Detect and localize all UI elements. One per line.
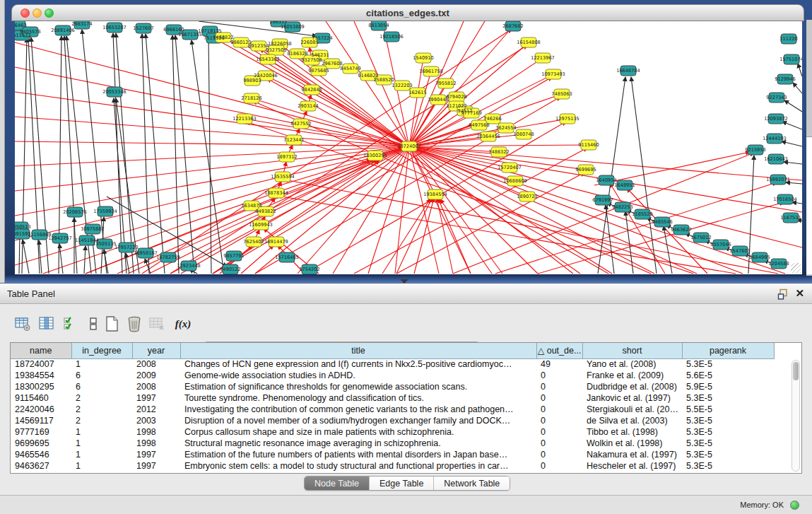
table-cell[interactable]: 9777169	[11, 426, 71, 438]
column-header-pagerank[interactable]: pagerank	[682, 343, 774, 358]
tab-network-table[interactable]: Network Table	[434, 477, 510, 490]
table-cell[interactable]: 5.3E-5	[682, 438, 774, 449]
table-row[interactable]: 969969511998Structural magnetic resonanc…	[11, 438, 774, 449]
table-row[interactable]: 1938455462009Genome-wide association stu…	[11, 370, 774, 381]
column-header-in-degree[interactable]: in_degree	[71, 343, 132, 358]
delete-table-icon[interactable]	[148, 315, 165, 332]
table-cell[interactable]: 49	[536, 358, 582, 370]
table-cell[interactable]: 1	[71, 449, 132, 460]
table-cell[interactable]: 6	[71, 370, 132, 381]
table-cell[interactable]: 5.3E-5	[682, 358, 774, 370]
table-cell[interactable]: de Silva et al. (2003)	[582, 415, 682, 426]
table-cell[interactable]: 5.9E-5	[682, 381, 774, 392]
table-cell[interactable]: 5.3E-5	[682, 392, 774, 404]
table-cell[interactable]: 0	[536, 449, 582, 460]
table-cell[interactable]: 0	[536, 392, 582, 404]
table-cell[interactable]: 5.6E-5	[682, 370, 774, 381]
memory-ok-indicator[interactable]	[790, 501, 799, 510]
table-row[interactable]: 911546021997Tourette syndrome. Phenomeno…	[11, 392, 774, 404]
table-cell[interactable]: 5.5E-5	[682, 404, 774, 415]
table-cell[interactable]: 1997	[132, 449, 180, 460]
table-cell[interactable]: 9465546	[11, 449, 71, 460]
table-cell[interactable]: 18724007	[11, 358, 71, 370]
table-cell[interactable]: Dudbridge et al. (2008)	[582, 381, 682, 392]
table-cell[interactable]: 2003	[132, 415, 180, 426]
table-cell[interactable]: 1	[71, 426, 132, 438]
float-window-icon[interactable]	[777, 288, 789, 300]
show-columns-icon[interactable]	[38, 315, 55, 332]
column-header-short[interactable]: short	[582, 343, 682, 358]
table-cell[interactable]: 2009	[132, 370, 180, 381]
table-cell[interactable]: Franke et al. (2009)	[582, 370, 682, 381]
table-cell[interactable]: 1997	[132, 460, 180, 472]
table-cell[interactable]: Changes of HCN gene expression and I(f) …	[180, 358, 536, 370]
table-cell[interactable]: Tibbo et al. (1998)	[582, 426, 682, 438]
table-cell[interactable]: Disruption of a novel member of a sodium…	[180, 415, 536, 426]
close-panel-icon[interactable]: ✕	[795, 287, 804, 300]
select-columns-icon[interactable]	[62, 315, 79, 332]
new-document-icon[interactable]	[103, 315, 120, 332]
table-cell[interactable]: 5.3E-5	[682, 415, 774, 426]
table-cell[interactable]: Nakamura et al. (1997)	[582, 449, 682, 460]
rows-icon[interactable]	[85, 315, 102, 332]
table-cell[interactable]: Investigating the contribution of common…	[180, 404, 536, 415]
table-cell[interactable]: 1	[71, 460, 132, 472]
table-cell[interactable]: 1	[71, 358, 132, 370]
table-cell[interactable]: Structural magnetic resonance image aver…	[180, 438, 536, 449]
table-row[interactable]: 946362711997Embryonic stem cells: a mode…	[11, 460, 774, 472]
network-window-titlebar[interactable]: citations_edges.txt	[11, 4, 804, 21]
table-cell[interactable]: 0	[536, 370, 582, 381]
column-header-out-de[interactable]: △ out_de...	[536, 343, 582, 358]
table-cell[interactable]: Genome-wide association studies in ADHD.	[180, 370, 536, 381]
tab-edge-table[interactable]: Edge Table	[370, 477, 434, 490]
table-row[interactable]: 1456911722003Disruption of a novel membe…	[11, 415, 774, 426]
table-cell[interactable]: 2	[71, 392, 132, 404]
table-cell[interactable]: 9463627	[11, 460, 71, 472]
column-header-name[interactable]: name	[11, 343, 71, 358]
scrollbar-thumb[interactable]	[793, 362, 799, 380]
network-canvas[interactable]: 1864635135739405578208914062983174106532…	[15, 21, 802, 274]
table-cell[interactable]: 18300295	[11, 381, 71, 392]
tab-node-table[interactable]: Node Table	[305, 477, 370, 490]
table-cell[interactable]: 9115460	[11, 392, 71, 404]
table-cell[interactable]: Jankovic et al. (1997)	[582, 392, 682, 404]
table-cell[interactable]: Yano et al. (2008)	[582, 358, 682, 370]
table-cell[interactable]: 0	[536, 460, 582, 472]
table-row[interactable]: 2242004622012Investigating the contribut…	[11, 404, 774, 415]
table-cell[interactable]: Estimation of significance thresholds fo…	[180, 381, 536, 392]
table-cell[interactable]: 0	[536, 381, 582, 392]
table-cell[interactable]: 5.3E-5	[682, 449, 774, 460]
table-panel-header[interactable]: Table Panel ✕	[0, 283, 812, 304]
table-row[interactable]: 977716911998Corpus callosum shape and si…	[11, 426, 774, 438]
table-cell[interactable]: 2008	[132, 358, 180, 370]
table-cell[interactable]: 0	[536, 438, 582, 449]
table-row[interactable]: 1830029562008Estimation of significance …	[11, 381, 774, 392]
column-header-year[interactable]: year	[132, 343, 180, 358]
table-cell[interactable]: 1	[71, 438, 132, 449]
table-cell[interactable]: 9699695	[11, 438, 71, 449]
table-cell[interactable]: Corpus callosum shape and size in male p…	[180, 426, 536, 438]
window-resize-grip[interactable]	[791, 263, 801, 273]
column-header-title[interactable]: title	[180, 343, 536, 358]
table-cell[interactable]: 0	[536, 426, 582, 438]
table-cell[interactable]: Estimation of the future numbers of pati…	[180, 449, 536, 460]
table-cell[interactable]: 22420046	[11, 404, 71, 415]
table-settings-icon[interactable]	[14, 315, 31, 332]
table-cell[interactable]: Tourette syndrome. Phenomenology and cla…	[180, 392, 536, 404]
table-cell[interactable]: 0	[536, 415, 582, 426]
function-builder-icon[interactable]: f(x)	[172, 315, 194, 332]
table-cell[interactable]: Embryonic stem cells: a model to study s…	[180, 460, 536, 472]
table-cell[interactable]: 1998	[132, 438, 180, 449]
table-cell[interactable]: 2	[71, 404, 132, 415]
table-cell[interactable]: Stergiakouli et al. (2012)	[582, 404, 682, 415]
table-row[interactable]: 946554611997Estimation of the future num…	[11, 449, 774, 460]
table-cell[interactable]: 2008	[132, 381, 180, 392]
table-cell[interactable]: 5.3E-5	[682, 460, 774, 472]
table-row[interactable]: 1872400712008Changes of HCN gene express…	[11, 358, 774, 370]
table-cell[interactable]: 19384554	[11, 370, 71, 381]
delete-icon[interactable]	[126, 315, 143, 332]
table-cell[interactable]: 2	[71, 415, 132, 426]
table-cell[interactable]: 14569117	[11, 415, 71, 426]
table-cell[interactable]: 6	[71, 381, 132, 392]
table-cell[interactable]: 1998	[132, 426, 180, 438]
